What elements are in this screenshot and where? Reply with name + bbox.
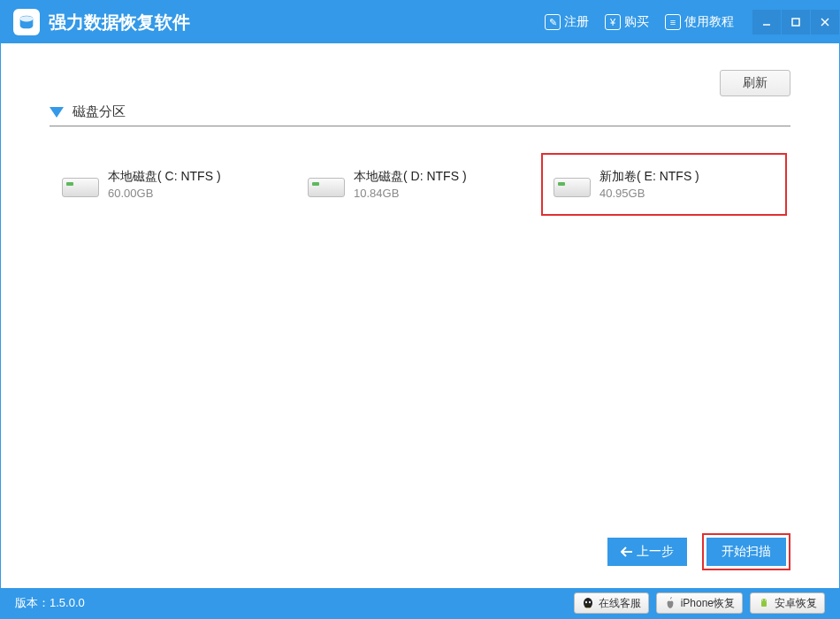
svg-point-6 <box>584 598 592 608</box>
section-divider <box>50 126 790 126</box>
svg-point-8 <box>589 601 591 603</box>
back-arrow-icon <box>621 546 633 557</box>
android-icon <box>758 597 770 609</box>
titlebar: 强力数据恢复软件 ✎ 注册 ¥ 购买 ≡ 使用教程 <box>1 1 839 43</box>
svg-point-1 <box>20 16 34 21</box>
buy-icon: ¥ <box>605 14 621 30</box>
minimize-button[interactable] <box>752 10 781 34</box>
disk-name: 新加卷( E: NTFS ) <box>599 169 699 185</box>
prev-label: 上一步 <box>637 544 674 560</box>
qq-icon <box>582 597 594 609</box>
disk-size: 40.95GB <box>599 187 699 200</box>
svg-rect-3 <box>792 19 799 26</box>
buy-link[interactable]: ¥ 购买 <box>605 14 649 30</box>
svg-point-7 <box>585 601 587 603</box>
online-service-button[interactable]: 在线客服 <box>574 592 649 614</box>
tutorial-icon: ≡ <box>665 14 681 30</box>
tutorial-label: 使用教程 <box>684 14 734 30</box>
disk-list: 本地磁盘( C: NTFS ) 60.00GB 本地磁盘( D: NTFS ) … <box>50 153 790 216</box>
disk-size: 60.00GB <box>108 187 221 200</box>
iphone-recovery-label: iPhone恢复 <box>681 596 735 611</box>
section-header: 磁盘分区 <box>50 103 790 120</box>
disk-size: 10.84GB <box>354 187 467 200</box>
disk-item-c[interactable]: 本地磁盘( C: NTFS ) 60.00GB <box>50 153 295 216</box>
titlebar-actions: ✎ 注册 ¥ 购买 ≡ 使用教程 <box>545 14 734 30</box>
buy-label: 购买 <box>624 14 649 30</box>
footer: 版本：1.5.0.0 在线客服 iPhone恢复 安卓恢复 <box>1 588 839 618</box>
android-recovery-button[interactable]: 安卓恢复 <box>750 592 825 614</box>
register-link[interactable]: ✎ 注册 <box>545 14 589 30</box>
main-content: 刷新 磁盘分区 本地磁盘( C: NTFS ) 60.00GB 本地磁盘( D:… <box>1 43 839 588</box>
disk-name: 本地磁盘( D: NTFS ) <box>354 169 467 185</box>
app-title: 强力数据恢复软件 <box>49 11 190 34</box>
close-button[interactable] <box>811 10 839 34</box>
iphone-recovery-button[interactable]: iPhone恢复 <box>656 592 743 614</box>
nav-row: 上一步 开始扫描 <box>603 533 790 570</box>
drive-icon <box>62 171 99 197</box>
register-icon: ✎ <box>545 14 561 30</box>
disk-name: 本地磁盘( C: NTFS ) <box>108 169 221 185</box>
version-label: 版本：1.5.0.0 <box>15 595 85 611</box>
svg-point-10 <box>762 600 763 600</box>
disk-item-d[interactable]: 本地磁盘( D: NTFS ) 10.84GB <box>295 153 541 216</box>
svg-point-11 <box>765 600 766 600</box>
register-label: 注册 <box>564 14 589 30</box>
app-logo-icon <box>13 9 40 35</box>
svg-rect-9 <box>761 601 767 607</box>
maximize-button[interactable] <box>782 10 810 34</box>
prev-button[interactable]: 上一步 <box>607 538 687 566</box>
android-recovery-label: 安卓恢复 <box>775 596 817 611</box>
collapse-arrow-icon[interactable] <box>50 107 64 118</box>
online-service-label: 在线客服 <box>599 596 641 611</box>
window-controls <box>752 10 839 34</box>
drive-icon <box>308 171 345 197</box>
apple-icon <box>664 597 676 609</box>
tutorial-link[interactable]: ≡ 使用教程 <box>665 14 734 30</box>
start-scan-button[interactable]: 开始扫描 <box>706 538 786 566</box>
drive-icon <box>554 171 591 197</box>
refresh-button[interactable]: 刷新 <box>720 70 790 96</box>
disk-item-e[interactable]: 新加卷( E: NTFS ) 40.95GB <box>541 153 787 216</box>
section-title: 磁盘分区 <box>73 103 126 120</box>
